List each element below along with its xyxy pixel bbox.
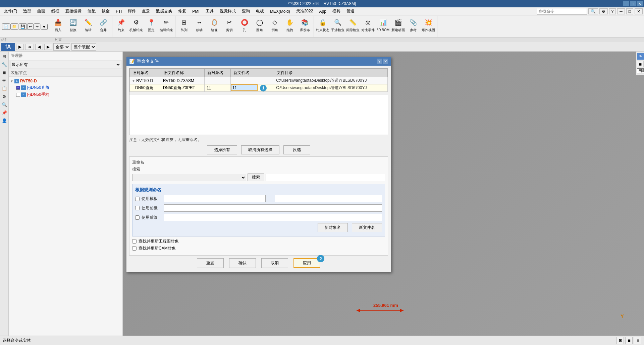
menu-ecad[interactable]: 电板 — [253, 8, 267, 15]
search-type-select[interactable] — [132, 174, 246, 181]
checkbox-2[interactable] — [16, 93, 20, 97]
template-input[interactable] — [164, 195, 266, 202]
toolbar-merge[interactable]: 🔗 合并 — [96, 16, 111, 37]
toolbar-fix[interactable]: 📍 固定 — [144, 16, 159, 37]
menu-app[interactable]: App — [316, 8, 329, 14]
toolbar-replace[interactable]: 🔄 替换 — [66, 16, 80, 37]
tree-child-2[interactable]: P (-)DN50手柄 — [16, 91, 121, 98]
menu-data-exchange[interactable]: 数据交换 — [153, 8, 175, 15]
suffix-input[interactable] — [164, 214, 382, 221]
vi-icon-1[interactable]: ⊞ — [0, 52, 8, 60]
search-command-button[interactable]: 🔍 — [588, 8, 598, 14]
toolbar-hole[interactable]: ⭕孔 — [237, 16, 252, 37]
cancel-btn[interactable]: 取消 — [261, 258, 288, 268]
search-execute-btn[interactable]: 搜索 — [248, 174, 264, 181]
template-result-input[interactable] — [275, 195, 382, 202]
help-button[interactable]: ? — [609, 8, 616, 14]
open-btn[interactable]: 📁 — [10, 23, 18, 30]
toolbar-chamfer[interactable]: ◇倒角 — [267, 16, 282, 37]
menu-query[interactable]: 查询 — [239, 8, 253, 15]
search-text-input[interactable] — [266, 174, 385, 181]
new-filename-input[interactable] — [231, 84, 258, 91]
menu-tools[interactable]: 工具 — [203, 8, 216, 15]
status-icon-1[interactable]: ⊞ — [616, 337, 624, 344]
sec-forward-btn[interactable]: ▶ — [44, 44, 52, 50]
new-file-name-btn[interactable]: 新文件名 — [352, 223, 382, 232]
menu-file[interactable]: 文件(F) — [1, 8, 20, 15]
update-cam-checkbox[interactable] — [132, 246, 137, 251]
toolbar-drag[interactable]: ✋拖拽 — [282, 16, 297, 37]
save-btn[interactable]: 💾 — [19, 23, 27, 30]
layer-select[interactable]: 图层0000 — [637, 68, 644, 73]
cell-new-file-child[interactable]: 1 — [230, 84, 274, 92]
modal-help-btn[interactable]: ? — [377, 59, 382, 64]
confirm-btn[interactable]: 确认 — [229, 258, 256, 268]
toolbar-constraint[interactable]: 📌 约束 — [114, 16, 128, 37]
vi-icon-4[interactable]: 👁 — [0, 76, 8, 84]
sec-rewind-btn[interactable]: ⏮ — [25, 44, 34, 50]
menu-mex[interactable]: MEX(Mold) — [267, 8, 293, 14]
toolbar-clearance[interactable]: 📏间隙检查 — [345, 16, 360, 37]
toolbar-animation[interactable]: 🎬新建动画 — [391, 16, 406, 37]
min-button2[interactable]: ─ — [617, 8, 625, 14]
new-btn[interactable]: 📄 — [2, 23, 10, 30]
update-drawing-checkbox[interactable] — [132, 239, 137, 244]
reset-btn[interactable]: 重置 — [197, 258, 224, 268]
menu-tianzun[interactable]: 天准2022 — [293, 8, 316, 15]
canvas-icon-1[interactable]: 👁 — [637, 53, 644, 60]
toolbar-explode[interactable]: 💥爆炸视图 — [421, 16, 436, 37]
menu-sheet-metal[interactable]: 钣金 — [99, 8, 112, 15]
modal-close-btn[interactable]: ✕ — [383, 59, 388, 64]
toolbar-library-publish[interactable]: 📚库发布 — [298, 16, 312, 37]
toolbar-compare[interactable]: ⚖对比零件 — [361, 16, 375, 37]
vi-icon-7[interactable]: 🔍 — [0, 100, 8, 109]
menu-wireframe[interactable]: 线框 — [49, 8, 62, 15]
menu-fti[interactable]: FTI — [113, 8, 124, 14]
sec-back-btn[interactable]: ◀ — [35, 44, 43, 50]
checkbox-1[interactable]: ✓ — [16, 86, 20, 90]
display-filter-select[interactable]: 显示所有 — [10, 61, 121, 68]
toolbar-fillet[interactable]: ◯圆角 — [252, 16, 267, 37]
toolbar-interference[interactable]: 🔍干涉检查 — [330, 16, 345, 37]
select-all-btn[interactable]: 选择所有 — [207, 145, 237, 154]
close-button[interactable]: ✕ — [637, 1, 643, 6]
sec-filter-select[interactable]: 全部 — [53, 43, 70, 51]
menu-assembly[interactable]: 装配 — [85, 8, 98, 15]
toolbar-constraint-status[interactable]: 🔒约束状态 — [315, 16, 330, 37]
status-icon-2[interactable]: ◼ — [625, 337, 633, 344]
close-button2[interactable]: ✕ — [635, 8, 643, 14]
sec-assembly-select[interactable]: 整个装配 — [71, 43, 96, 51]
toolbar-edit-constraint[interactable]: ✏ 编辑约束 — [159, 16, 174, 37]
template-checkbox[interactable] — [135, 197, 140, 201]
toolbar-array[interactable]: ⊞阵列 — [177, 16, 192, 37]
settings-button[interactable]: ⚙ — [599, 8, 608, 14]
toolbar-edit[interactable]: ✏️ 编辑 — [81, 16, 96, 37]
vi-icon-3[interactable]: ◼ — [0, 68, 8, 76]
maximize-button[interactable]: □ — [630, 1, 636, 6]
menu-direct-edit[interactable]: 直接编辑 — [63, 8, 84, 15]
toolbar-move[interactable]: ↔移动 — [192, 16, 207, 37]
new-obj-name-btn[interactable]: 新对象名 — [318, 223, 348, 232]
apply-btn[interactable]: 应用 — [293, 258, 320, 268]
options-btn[interactable]: ▼ — [41, 24, 48, 30]
max-button2[interactable]: □ — [626, 8, 633, 14]
vi-icon-5[interactable]: 📋 — [0, 84, 8, 92]
menu-weld[interactable]: 焊件 — [125, 8, 139, 15]
menu-surface[interactable]: 曲面 — [35, 8, 48, 15]
menu-visual-style[interactable]: 视觉样式 — [217, 8, 238, 15]
search-command-input[interactable] — [537, 8, 587, 15]
menu-pipe[interactable]: 管道 — [344, 8, 357, 15]
undo-btn[interactable]: ↩ — [27, 23, 34, 30]
prefix-input[interactable] — [164, 204, 382, 212]
toolbar-3dbom[interactable]: 📊3D BOM — [376, 16, 390, 37]
toolbar-mech-constraint[interactable]: ⚙ 机械约束 — [129, 16, 144, 37]
menu-pointcloud[interactable]: 点云 — [139, 8, 153, 15]
toolbar-reference[interactable]: 📎参考 — [406, 16, 421, 37]
menu-repair[interactable]: 修复 — [175, 8, 189, 15]
tree-child-1[interactable]: ✓ P (-)DN50直角 — [16, 84, 121, 91]
invert-btn[interactable]: 反选 — [283, 145, 310, 154]
prefix-checkbox[interactable] — [135, 206, 140, 210]
vi-icon-2[interactable]: 🔧 — [0, 60, 8, 68]
redo-btn[interactable]: ↪ — [34, 23, 40, 30]
vi-icon-9[interactable]: 👤 — [0, 117, 8, 125]
